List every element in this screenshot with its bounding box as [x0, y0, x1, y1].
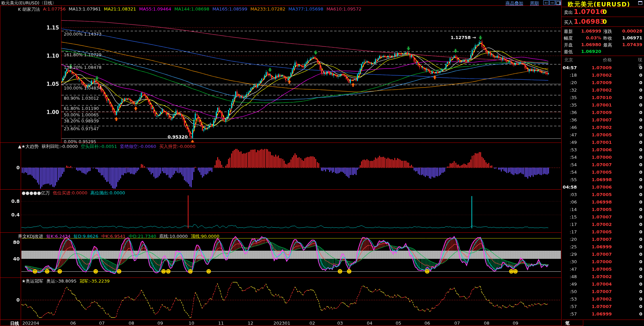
tick-volume: 0 — [639, 185, 642, 190]
tick-volume: 0 — [639, 222, 642, 227]
tick-row[interactable]: :171.070020 — [562, 221, 644, 228]
trading-app-window: 欧元美元(EURUSD)〈日线〉 商品叠加 周期 ⇦ ⇨ K 胡家刀法A:1.0… — [0, 0, 644, 326]
tick-row[interactable]: :531.070060 — [562, 146, 644, 154]
tick-row[interactable]: :141.070050 — [562, 206, 644, 213]
tick-time: :53 — [562, 296, 577, 302]
tick-volume: 0 — [639, 140, 642, 145]
tick-time: :20 — [562, 80, 577, 85]
period-link[interactable]: 周期 — [530, 0, 539, 6]
tick-time: :18 — [562, 73, 577, 78]
indicator-segment: MA13:1.07961 — [69, 6, 101, 13]
tick-time: :47 — [562, 267, 577, 272]
tick-row[interactable]: :501.070070 — [562, 288, 644, 295]
scroll-right-button[interactable]: ⇨ — [549, 0, 555, 5]
tick-row[interactable]: :461.070020 — [562, 124, 644, 131]
tick-row[interactable]: :481.070020 — [562, 273, 644, 281]
sell-price: 1.07016 — [574, 7, 605, 16]
tick-volume: 0 — [639, 207, 642, 212]
tick-row[interactable]: :361.070070 — [562, 116, 644, 124]
maximize-icon[interactable] — [638, 1, 642, 5]
tick-time: :29 — [562, 252, 577, 257]
scroll-left-button[interactable]: ⇦ — [543, 0, 549, 5]
stat-value: 0.03% — [586, 35, 601, 40]
tick-row[interactable]: :181.070020 — [562, 72, 644, 79]
tick-row[interactable]: :251.069990 — [562, 243, 644, 251]
tick-price: 1.07007 — [582, 289, 612, 294]
tick-row[interactable]: :171.070050 — [562, 228, 644, 236]
chart-canvas[interactable] — [0, 0, 562, 326]
tick-volume: 0 — [639, 311, 642, 317]
tick-row[interactable]: :321.070020 — [562, 87, 644, 94]
tick-time: :35 — [562, 102, 577, 108]
title-bar: 欧元美元(EURUSD)〈日线〉 商品叠加 周期 ⇦ ⇨ — [0, 0, 562, 5]
tick-row[interactable]: :151.070070 — [562, 213, 644, 221]
tick-price: 1.07007 — [582, 162, 612, 167]
tick-volume: 0 — [639, 296, 642, 302]
indicator-segment: ▲★大趋势 — [18, 143, 39, 150]
tick-row[interactable]: :541.070000 — [562, 154, 644, 161]
tick-price: 1.07000 — [582, 259, 612, 264]
period-cell[interactable]: 日线 — [10, 321, 19, 326]
tab-pen[interactable]: 笔 — [562, 320, 583, 326]
ma-indicator-row: K 胡家刀法A:1.07756MA13:1.07961MA21:1.08321M… — [18, 6, 361, 13]
stat-value: 1.06980 — [581, 42, 601, 47]
indicator-segment: 买入持货:-0.0000 — [159, 143, 195, 150]
stat-value: 0.00028 — [622, 28, 642, 34]
stat-value: 1.07439 — [622, 42, 642, 47]
tick-row[interactable]: 04:571.070090 — [562, 64, 644, 72]
tick-row[interactable]: :531.070020 — [562, 295, 644, 303]
buy-quote-row[interactable]: 买入 1.06983 0 — [562, 17, 644, 27]
overlay-instrument-link[interactable]: 商品叠加 — [506, 0, 523, 6]
tick-time: :54 — [562, 170, 577, 175]
tick-time: :53 — [562, 147, 577, 152]
tick-time: :25 — [562, 244, 577, 249]
tick-row[interactable]: :031.070050 — [562, 191, 644, 198]
tick-row[interactable]: :201.070070 — [562, 236, 644, 243]
tick-row[interactable]: :361.070090 — [562, 109, 644, 116]
tick-row[interactable]: :541.070050 — [562, 169, 644, 176]
tick-row[interactable]: 04:581.070060 — [562, 184, 644, 191]
tick-volume: 0 — [639, 252, 642, 257]
split-window-button[interactable] — [555, 0, 561, 5]
tick-price: 1.06999 — [582, 244, 612, 249]
tick-price: 1.07009 — [582, 80, 612, 85]
tick-price: 1.07005 — [582, 207, 612, 212]
tick-price: 1.06998 — [582, 199, 612, 205]
yiwan-indicator-header: ●●●●●亿万低位买进:0.0000高位抛出:0.0000 — [22, 190, 125, 196]
tick-row[interactable]: :471.070050 — [562, 131, 644, 139]
indicator-segment: MA165:1.08599 — [212, 6, 247, 13]
indicator-segment: K 胡家刀法 — [18, 6, 40, 13]
tick-row[interactable]: :491.070010 — [562, 139, 644, 146]
tick-price: 1.07007 — [582, 117, 612, 122]
sell-quote-row[interactable]: 卖出 1.07016 0 — [562, 7, 644, 17]
tick-row[interactable]: :491.070040 — [562, 281, 644, 288]
tick-row[interactable]: :571.069990 — [562, 310, 644, 318]
tick-volume: 0 — [639, 274, 642, 279]
tick-row[interactable]: :541.070070 — [562, 161, 644, 169]
tick-row[interactable]: :061.069980 — [562, 198, 644, 206]
tick-price: 1.07009 — [582, 65, 612, 70]
indicator-segment: MA55:1.09464 — [139, 6, 171, 13]
tick-volume: 0 — [639, 229, 642, 234]
tick-volume: 0 — [639, 102, 642, 108]
tick-row[interactable]: :571.070070 — [562, 303, 644, 310]
tick-row[interactable]: :301.070000 — [562, 258, 644, 266]
tick-row[interactable]: :351.070100 — [562, 94, 644, 101]
tick-row[interactable]: :201.070090 — [562, 79, 644, 87]
indicator-segment: ★奥运冠军 — [22, 278, 43, 284]
tick-row[interactable]: :471.070050 — [562, 266, 644, 273]
tick-time: :06 — [562, 199, 577, 205]
column-label: 价格 — [603, 57, 612, 63]
indicator-segment: MA144:1.08698 — [174, 6, 209, 13]
kdj-indicator-header: 界文KDJ改进短K:6.2434短D:9.8626中K:6.9541中D:21.… — [18, 233, 220, 239]
tick-time: 04:58 — [562, 185, 577, 190]
tick-price: 1.07001 — [582, 102, 612, 108]
tick-row[interactable]: :291.070070 — [562, 251, 644, 258]
indicator-segment: 低位买进:0.0000 — [53, 190, 88, 196]
tick-price: 1.07007 — [582, 304, 612, 309]
tick-price: 1.07006 — [582, 185, 612, 190]
tick-volume: 0 — [639, 177, 642, 182]
tick-row[interactable]: :351.070010 — [562, 101, 644, 109]
indicator-segment: 中K:6.9541 — [101, 233, 126, 239]
tick-row[interactable]: :551.069980 — [562, 176, 644, 184]
